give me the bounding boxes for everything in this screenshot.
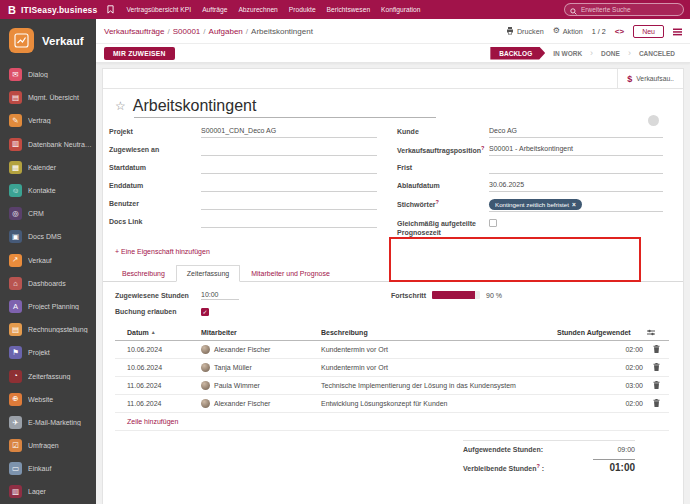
stage-canceled[interactable]: CANCELED [632,50,682,57]
delete-row-button[interactable] [647,394,669,412]
sidebar-item-mgmt-bersicht[interactable]: ▤ Mgmt. Übersicht [0,86,96,109]
field-input[interactable]: S00001_CDN_Deco AG [201,127,377,138]
favorite-star-icon[interactable]: ☆ [115,100,126,112]
cell-employee[interactable]: Tanja Müller [201,358,321,376]
sidebar-item-lager[interactable]: ▥ Lager [0,480,96,503]
field-label: Verkaufsauftragsposition? [397,145,489,155]
tab-zeiterfassung[interactable]: Zeiterfassung [176,265,240,282]
cell-description[interactable]: Kundentermin vor Ort [321,340,557,358]
cell-description[interactable]: Entwicklung Lösungskonzept für Kunden [321,394,557,412]
tab-beschreibung[interactable]: Beschreibung [111,265,176,282]
sidebar-item-zeiterfassung[interactable]: ◔ Zeiterfassung [0,364,96,387]
stage-in-work[interactable]: IN WORK [546,50,589,57]
bookmark-icon[interactable] [107,5,114,14]
assign-to-me-button[interactable]: MIR ZUWEISEN [104,47,175,60]
timesheet-row[interactable]: 10.06.2024 Alexander Fischer Kundentermi… [115,340,669,358]
remaining-hours-label: Verbleibende Stunden? : [463,463,544,472]
sidebar-item-projekt[interactable]: ⚑ Projekt [0,341,96,364]
sidebar-item-umfragen[interactable]: ☑ Umfragen [0,434,96,457]
allocated-hours-input[interactable]: 10:00 [201,291,239,300]
field-input[interactable]: Kontingent zeitlich befristet× [489,199,663,212]
sidebar-item-crm[interactable]: ◎ CRM [0,202,96,225]
cell-employee[interactable]: Paula Wimmer [201,376,321,394]
cell-hours[interactable]: 02:00 [557,358,647,376]
print-button[interactable]: Drucken [506,27,544,36]
cell-description[interactable]: Technische Implementierung der Lösung in… [321,376,557,394]
column-header-description[interactable]: Beschreibung [321,326,557,341]
cell-hours[interactable]: 02:00 [557,340,647,358]
action-menu-button[interactable]: ⚙ Aktion [553,27,583,36]
sidebar-item-rechnungsstellung[interactable]: ▤ Rechnungsstellung [0,318,96,341]
sidebar-app-header[interactable]: Verkauf [0,19,96,55]
cell-date[interactable]: 10.06.2024 [115,340,201,358]
delete-row-button[interactable] [647,376,669,394]
new-button[interactable]: Neu [633,25,664,38]
sidebar-item-dialog[interactable]: ✉ Dialog [0,63,96,86]
delete-row-button[interactable] [647,358,669,376]
stage-backlog[interactable]: BACKLOG [490,47,545,60]
sidebar-item-verkauf[interactable]: ↗ Verkauf [0,249,96,272]
menu-toggle-icon[interactable] [673,22,682,40]
field-input[interactable] [489,163,663,174]
sidebar-item-project-planning[interactable]: A Project Planning [0,295,96,318]
breadcrumb-link-tasks[interactable]: Aufgaben [209,27,243,36]
field-input[interactable] [201,181,377,192]
checkbox[interactable] [489,219,497,227]
field-input[interactable] [489,219,663,230]
allow-booking-checkbox[interactable]: ✓ [201,308,209,316]
timesheet-row[interactable]: 10.06.2024 Tanja Müller Kundentermin vor… [115,358,669,376]
column-header-employee[interactable]: Mitarbeiter [201,326,321,341]
cell-hours[interactable]: 03:00 [557,376,647,394]
menu-produkte[interactable]: Produkte [289,6,316,13]
tab-mitarbeiter-und-prognose[interactable]: Mitarbeiter und Prognose [240,265,341,282]
sidebar-item-kalender[interactable]: ▦ Kalender [0,156,96,179]
sidebar-item-dashboards[interactable]: ⌂ Dashboards [0,272,96,295]
pager-next-icon[interactable]: > [619,27,624,36]
cell-date[interactable]: 10.06.2024 [115,358,201,376]
tag-remove-icon[interactable]: × [572,201,576,209]
cell-description[interactable]: Kundentermin vor Ort [321,358,557,376]
button-box: $ Verkaufsau.. [103,69,683,89]
breadcrumb-link-order[interactable]: S00001 [173,27,201,36]
menu-konfiguration[interactable]: Konfiguration [381,6,420,13]
optional-columns-icon[interactable] [647,326,669,341]
column-header-hours[interactable]: Stunden Aufgewendet [557,326,647,341]
column-header-date[interactable]: Datum▲ [115,326,201,341]
sale-order-smart-button[interactable]: $ Verkaufsau.. [617,69,683,88]
menu-berichtswesen[interactable]: Berichtswesen [327,6,371,13]
search-input[interactable] [581,6,678,13]
task-title[interactable]: Arbeitskontingent [133,97,257,115]
sidebar-item-datenbank-neutralisie[interactable]: ▥ Datenbank Neutralisie... [0,133,96,156]
menu-auftr-ge[interactable]: Aufträge [202,6,227,13]
field-input[interactable] [201,217,377,228]
field-input[interactable]: Deco AG [489,127,663,138]
breadcrumb-link-sale-orders[interactable]: Verkaufsaufträge [104,27,164,36]
cell-employee[interactable]: Alexander Fischer [201,394,321,412]
sidebar-item-e-mail-marketing[interactable]: ✈ E-Mail-Marketing [0,411,96,434]
timesheet-row[interactable]: 11.06.2024 Paula Wimmer Technische Imple… [115,376,669,394]
timesheet-row[interactable]: 11.06.2024 Alexander Fischer Entwicklung… [115,394,669,412]
menu-abzurechnen[interactable]: Abzurechnen [238,6,277,13]
field-input[interactable] [201,199,377,210]
sidebar-item-kontakte[interactable]: ☺ Kontakte [0,179,96,202]
sidebar-item-website[interactable]: ⊕ Website [0,388,96,411]
field-input[interactable]: S00001 - Arbeitskontingent [489,145,663,156]
add-property-link[interactable]: + Eine Eigenschaft hinzufügen [103,244,683,262]
sidebar-item-docs-dms[interactable]: ▣ Docs DMS [0,225,96,248]
field-input[interactable]: 30.06.2025 [489,181,663,192]
tag-pill[interactable]: Kontingent zeitlich befristet× [489,199,582,210]
menu-vertrags-bersicht-kpi[interactable]: Vertragsübersicht KPI [126,6,191,13]
field-input[interactable] [201,163,377,174]
cell-hours[interactable]: 02:00 [557,394,647,412]
cell-date[interactable]: 11.06.2024 [115,394,201,412]
cell-date[interactable]: 11.06.2024 [115,376,201,394]
global-search[interactable] [564,3,684,16]
delete-row-button[interactable] [647,340,669,358]
add-line-link[interactable]: Zeile hinzufügen [115,413,669,431]
sidebar-item-vertrag[interactable]: ✎ Vertrag [0,109,96,132]
sidebar-item-einkauf[interactable]: ▭ Einkauf [0,457,96,480]
cell-employee[interactable]: Alexander Fischer [201,340,321,358]
trash-icon [653,381,660,389]
field-input[interactable] [201,145,377,156]
stage-done[interactable]: DONE [594,50,627,57]
